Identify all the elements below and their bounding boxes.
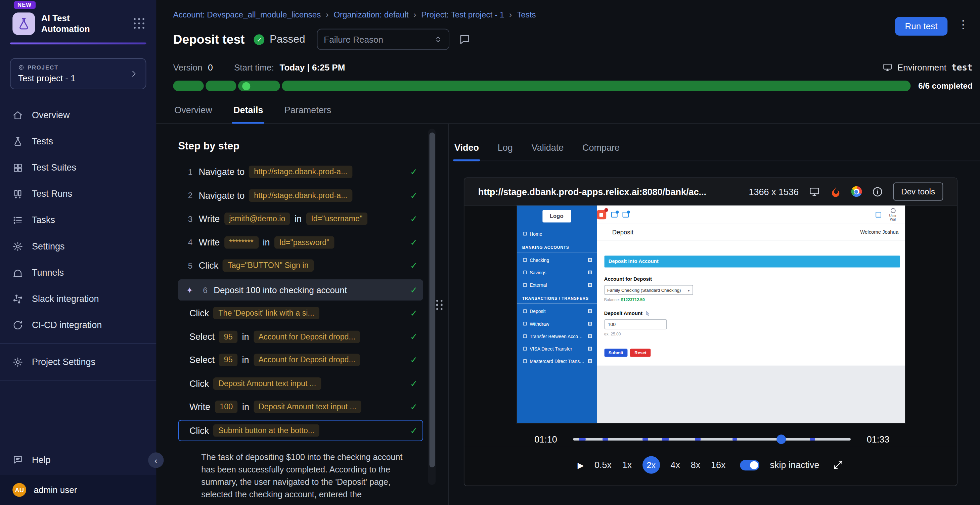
step-target-tag[interactable]: http://stage.dbank.prod-a... (249, 165, 352, 178)
step-target-tag[interactable]: Deposit Amount text input ... (254, 400, 361, 413)
breadcrumb-link[interactable]: Organization: default (334, 10, 408, 19)
timeline-marker[interactable] (810, 438, 815, 440)
bank-menu-item-checkbox[interactable] (588, 359, 592, 363)
step-row[interactable]: 3Writejsmith@demo.ioinId="username"✓ (178, 208, 423, 229)
sidebar-item-slack-integration[interactable]: Slack integration (0, 286, 156, 311)
sidebar-item-tunnels[interactable]: Tunnels (0, 259, 156, 286)
step-target-tag[interactable]: jsmith@demo.io (224, 213, 290, 225)
step-row[interactable]: 4Write********inId="password"✓ (178, 232, 423, 253)
timeline-marker[interactable] (662, 438, 669, 440)
timeline-marker[interactable] (733, 438, 737, 440)
bank-amount-input[interactable]: 100 (604, 319, 667, 329)
step-target-tag[interactable]: Account for Deposit dropd... (254, 330, 360, 343)
step-row[interactable]: ClickSubmit button at the botto...✓ (178, 420, 423, 441)
speed-16x-button[interactable]: 16x (711, 460, 726, 470)
fullscreen-icon[interactable] (832, 459, 844, 470)
chrome-icon[interactable] (851, 186, 862, 197)
info-icon[interactable] (872, 186, 883, 197)
project-selector[interactable]: PROJECT Test project - 1 (10, 58, 146, 89)
step-row[interactable]: ClickDeposit Amount text input ...✓ (178, 373, 423, 394)
breadcrumb-link[interactable]: Project: Test project - 1 (421, 10, 504, 19)
speed-8x-button[interactable]: 8x (691, 460, 701, 470)
step-target-tag[interactable]: Tag="BUTTON" Sign in (223, 259, 313, 272)
step-target-tag[interactable]: The 'Deposit' link with a si... (213, 307, 319, 319)
bank-menu-item-deposit[interactable]: Deposit (517, 305, 597, 317)
bank-menu-item-withdraw[interactable]: Withdraw (517, 317, 597, 330)
scrollbar-thumb[interactable] (429, 133, 435, 467)
sidebar-item-help[interactable]: Help (0, 446, 156, 475)
bank-menu-item-checkbox[interactable] (588, 322, 592, 326)
step-row[interactable]: Select95inAccount for Deposit dropd...✓ (178, 349, 423, 370)
video-tab-validate[interactable]: Validate (530, 142, 565, 160)
bank-menu-item-mastercard-direct-transfer[interactable]: Mastercard Direct Transfer (517, 355, 597, 367)
step-row[interactable]: Select95inAccount for Deposit dropd...✓ (178, 326, 423, 347)
sidebar-collapse-button[interactable]: ‹ (148, 452, 164, 468)
speed-1x-button[interactable]: 1x (622, 460, 632, 470)
bank-menu-item-checkbox[interactable] (588, 258, 592, 262)
tab-parameters[interactable]: Parameters (283, 105, 332, 123)
step-target-tag[interactable]: Id="username" (306, 213, 368, 225)
bank-menu-item-transfer-between-accounts[interactable]: Transfer Between Accounts (517, 330, 597, 343)
bank-submit-button[interactable]: Submit (604, 349, 628, 357)
bank-account-select[interactable]: Family Checking (Standard Checking) ▾ (604, 285, 693, 295)
breadcrumb-link[interactable]: Tests (517, 10, 536, 19)
bank-menu-item-external[interactable]: External (517, 279, 597, 291)
speed-4x-button[interactable]: 4x (671, 460, 681, 470)
timeline-marker[interactable] (643, 438, 648, 440)
sidebar-item-project-settings[interactable]: Project Settings (0, 349, 156, 375)
step-row[interactable]: 5ClickTag="BUTTON" Sign in✓ (178, 255, 423, 276)
bank-menu-item-savings[interactable]: Savings (517, 266, 597, 279)
sidebar-item-tasks[interactable]: Tasks (0, 207, 156, 233)
run-test-button[interactable]: Run test (895, 17, 948, 36)
step-target-tag[interactable]: 95 (219, 354, 238, 366)
step-target-tag[interactable]: 100 (215, 400, 238, 413)
timeline-marker[interactable] (579, 438, 586, 440)
tab-overview[interactable]: Overview (173, 105, 213, 123)
monitor-icon[interactable] (809, 186, 820, 197)
step-target-tag[interactable]: ******** (224, 236, 258, 248)
bank-menu-item-checkbox[interactable] (588, 283, 592, 287)
comment-icon[interactable] (459, 33, 471, 45)
step-target-tag[interactable]: http://stage.dbank.prod-a... (249, 189, 352, 202)
timeline-marker[interactable] (603, 438, 608, 440)
video-tab-compare[interactable]: Compare (581, 142, 620, 160)
bank-menu-item-home[interactable]: Home (517, 227, 597, 240)
step-row[interactable]: Write100inDeposit Amount text input ...✓ (178, 396, 423, 418)
sidebar-item-test-runs[interactable]: Test Runs (0, 181, 156, 207)
dev-tools-button[interactable]: Dev tools (893, 182, 943, 200)
flame-icon[interactable] (830, 186, 841, 197)
step-group-row[interactable]: ✦6Deposit 100 into checking account✓ (178, 279, 423, 300)
bank-menu-item-visa-direct-transfer[interactable]: VISA Direct Transfer (517, 343, 597, 355)
step-target-tag[interactable]: Submit button at the botto... (213, 424, 320, 437)
more-options-button[interactable]: ⋮ (958, 19, 969, 30)
skip-inactive-toggle[interactable] (740, 460, 759, 470)
timeline-track[interactable] (573, 438, 850, 440)
sidebar-item-tests[interactable]: Tests (0, 128, 156, 154)
sidebar-item-ci-cd-integration[interactable]: CI-CD integration (0, 312, 156, 338)
panel-resize-handle[interactable] (436, 300, 443, 310)
steps-scrollbar[interactable] (428, 129, 436, 485)
timeline-marker[interactable] (695, 438, 701, 440)
user-menu[interactable]: AU admin user (0, 475, 156, 505)
sidebar-item-test-suites[interactable]: Test Suites (0, 154, 156, 181)
sidebar-item-settings[interactable]: Settings (0, 233, 156, 259)
bank-menu-item-checking[interactable]: Checking (517, 254, 597, 266)
speed-2x-button[interactable]: 2x (643, 456, 660, 474)
bank-menu-item-checkbox[interactable] (588, 347, 592, 351)
step-row[interactable]: 2Navigate tohttp://stage.dbank.prod-a...… (178, 185, 423, 206)
bank-menu-item-checkbox[interactable] (588, 309, 592, 313)
step-target-tag[interactable]: Deposit Amount text input ... (213, 377, 321, 389)
bank-reset-button[interactable]: Reset (630, 349, 651, 357)
apps-grid-icon[interactable] (134, 18, 145, 29)
speed-0.5x-button[interactable]: 0.5x (595, 460, 612, 470)
step-row[interactable]: ClickThe 'Deposit' link with a si...✓ (178, 303, 423, 324)
bank-menu-item-checkbox[interactable] (588, 334, 592, 338)
timeline-playhead[interactable] (776, 435, 786, 444)
bank-menu-item-checkbox[interactable] (588, 271, 592, 274)
video-tab-video[interactable]: Video (453, 142, 480, 160)
breadcrumb-link[interactable]: Account: Devspace_all_module_licenses (173, 10, 321, 19)
play-button[interactable]: ▶ (578, 461, 584, 470)
tab-details[interactable]: Details (232, 105, 264, 123)
sidebar-item-overview[interactable]: Overview (0, 102, 156, 128)
step-row[interactable]: 1Navigate tohttp://stage.dbank.prod-a...… (178, 161, 423, 182)
